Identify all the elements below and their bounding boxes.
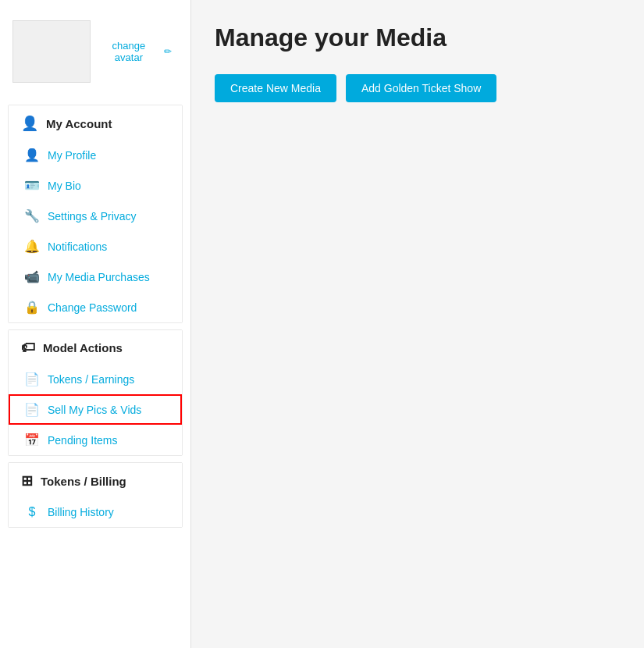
tokens-earnings-icon: 📄 <box>24 372 40 386</box>
tokens-earnings-label: Tokens / Earnings <box>48 373 134 386</box>
settings-privacy-label: Settings & Privacy <box>48 210 137 223</box>
sidebar-item-my-bio[interactable]: 🪪 My Bio <box>9 170 182 201</box>
tokens-billing-section: ⊞ Tokens / Billing $ Billing History <box>8 462 183 528</box>
sell-my-pics-vids-label: Sell My Pics & Vids <box>48 404 141 416</box>
my-bio-label: My Bio <box>48 180 81 192</box>
page-title: Manage your Media <box>215 23 621 52</box>
sidebar-item-tokens-earnings[interactable]: 📄 Tokens / Earnings <box>9 364 182 394</box>
sidebar-item-notifications[interactable]: 🔔 Notifications <box>9 231 182 262</box>
sidebar-item-my-media-purchases[interactable]: 📹 My Media Purchases <box>9 262 182 292</box>
media-purchases-icon: 📹 <box>24 269 40 284</box>
sidebar-item-my-profile[interactable]: 👤 My Profile <box>9 140 182 170</box>
change-avatar-label: change avatar <box>97 40 161 63</box>
billing-history-label: Billing History <box>48 506 114 518</box>
notifications-icon: 🔔 <box>24 239 40 254</box>
model-actions-section: 🏷 Model Actions 📄 Tokens / Earnings 📄 Se… <box>8 329 183 456</box>
sidebar-item-billing-history[interactable]: $ Billing History <box>9 497 182 527</box>
sidebar-item-pending-items[interactable]: 📅 Pending Items <box>9 425 182 455</box>
pending-items-label: Pending Items <box>48 434 118 447</box>
sidebar-item-sell-my-pics-vids[interactable]: 📄 Sell My Pics & Vids <box>9 394 182 425</box>
action-buttons: Create New Media Add Golden Ticket Show <box>215 74 621 102</box>
add-golden-ticket-show-button[interactable]: Add Golden Ticket Show <box>346 74 496 102</box>
sell-pics-vids-icon: 📄 <box>24 402 40 417</box>
settings-icon: 🔧 <box>24 208 40 223</box>
lock-icon: 🔒 <box>24 300 40 315</box>
tokens-billing-header: ⊞ Tokens / Billing <box>9 463 182 497</box>
sidebar-item-settings-privacy[interactable]: 🔧 Settings & Privacy <box>9 201 182 231</box>
tokens-billing-icon: ⊞ <box>21 472 33 490</box>
profile-icon: 👤 <box>24 148 40 162</box>
main-content: Manage your Media Create New Media Add G… <box>191 0 644 648</box>
change-avatar-button[interactable]: change avatar ✏ <box>91 37 178 66</box>
model-actions-icon: 🏷 <box>21 340 35 356</box>
pencil-icon: ✏ <box>164 46 172 57</box>
my-account-header: 👤 My Account <box>9 105 182 140</box>
model-actions-label: Model Actions <box>43 341 123 354</box>
create-new-media-button[interactable]: Create New Media <box>215 74 336 102</box>
sidebar-item-change-password[interactable]: 🔒 Change Password <box>9 292 182 322</box>
my-account-icon: 👤 <box>21 115 38 132</box>
my-account-section: 👤 My Account 👤 My Profile 🪪 My Bio 🔧 Set… <box>8 105 183 323</box>
notifications-label: Notifications <box>48 240 107 253</box>
avatar-section: change avatar ✏ <box>0 12 190 98</box>
my-profile-label: My Profile <box>48 149 96 162</box>
my-media-purchases-label: My Media Purchases <box>48 271 150 283</box>
bio-icon: 🪪 <box>24 178 40 193</box>
change-password-label: Change Password <box>48 301 137 314</box>
tokens-billing-label: Tokens / Billing <box>41 475 126 488</box>
billing-history-icon: $ <box>24 505 40 519</box>
model-actions-header: 🏷 Model Actions <box>9 330 182 364</box>
pending-items-icon: 📅 <box>24 433 40 447</box>
sidebar: change avatar ✏ 👤 My Account 👤 My Profil… <box>0 0 191 648</box>
avatar <box>12 20 91 83</box>
my-account-label: My Account <box>46 117 112 130</box>
